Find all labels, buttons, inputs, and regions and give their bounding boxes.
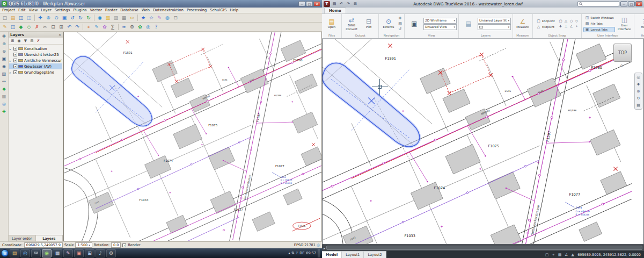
python-console-icon[interactable]: ≈: [120, 23, 128, 31]
annotation-icon[interactable]: ✎: [156, 14, 163, 22]
snap-mode-icon[interactable]: ⊥: [564, 24, 569, 29]
expand-icon[interactable]: ▸: [10, 59, 12, 62]
panel-tab-layer-order[interactable]: Layer order: [9, 235, 36, 241]
grid-display-icon[interactable]: ▦: [557, 252, 562, 257]
menu-help[interactable]: Help: [230, 8, 238, 12]
snap-mode-icon[interactable]: ∠: [569, 24, 574, 29]
pan-nav-icon[interactable]: ✚: [635, 81, 641, 87]
zoom-out-tool-icon[interactable]: ⊖: [1, 48, 8, 55]
keyboard-language[interactable]: DE: [299, 251, 304, 255]
ribbon-extents-button[interactable]: ⊙Extents: [380, 18, 397, 28]
zoom-next-icon[interactable]: ↻: [77, 14, 84, 22]
identify-features-icon[interactable]: ◉: [96, 14, 104, 22]
coordinate-input[interactable]: 696029.5,249057.9: [24, 242, 63, 248]
scale-combo[interactable]: 1:500 ▾: [75, 242, 92, 248]
open-attribute-table-icon[interactable]: ▦: [120, 14, 128, 22]
qat-undo-icon[interactable]: ↶: [338, 1, 345, 7]
field-calculator-icon[interactable]: ∑: [109, 23, 116, 31]
ribbon-select-unsaved-layer-state[interactable]: Unsaved Layer State▾: [478, 18, 511, 24]
pan-map-icon[interactable]: ✚: [36, 14, 44, 22]
grass-tools-icon[interactable]: ✿: [136, 23, 144, 31]
menu-plugins[interactable]: Plugins: [73, 8, 86, 12]
zoom-in-icon[interactable]: ⊕: [45, 14, 52, 22]
zoom-last-icon[interactable]: ↺: [69, 14, 76, 22]
ribbon-select-layer[interactable]: ▾: [478, 24, 511, 30]
save-project-icon[interactable]: ◫: [17, 14, 25, 22]
annotation-scale-icon[interactable]: ▲: [570, 252, 575, 257]
crs-status[interactable]: EPSG:21781: [294, 243, 316, 247]
cut-features-icon[interactable]: ✂: [41, 23, 49, 31]
layer-item-gew-sser-av[interactable]: ×Gewässer (AV): [9, 63, 62, 69]
search-input[interactable]: [577, 1, 619, 6]
qgis-map-canvas[interactable]: F1591 F1760 F1075 F1074 F1077 F1033 F103…: [63, 32, 322, 241]
identify-tool-icon[interactable]: ◉: [1, 63, 8, 70]
email-client-button[interactable]: ✉: [31, 249, 41, 257]
panel-close-icon[interactable]: ✕: [58, 33, 61, 37]
add-wms-layer-icon[interactable]: ◎: [1, 101, 8, 108]
zoom-in-tool-icon[interactable]: ⊕: [1, 40, 8, 47]
snap-mode-icon[interactable]: ✚: [558, 24, 564, 29]
trueview-map-canvas[interactable]: TOP ⌂ ◎✚⊕↻▤: [322, 39, 644, 245]
file-manager-button[interactable]: ▦: [53, 249, 62, 257]
showmotion-nav-icon[interactable]: ▤: [635, 102, 641, 108]
command-line[interactable]: ▸: [322, 245, 644, 251]
paste-features-icon[interactable]: ⊞: [57, 23, 65, 31]
filter-legend-icon[interactable]: ▼: [23, 38, 28, 44]
command-input[interactable]: [326, 246, 642, 250]
redo-icon[interactable]: ↷: [74, 23, 81, 31]
pan-tool-icon[interactable]: ✚: [1, 33, 8, 40]
open-project-icon[interactable]: ▤: [9, 14, 17, 22]
ribbon-measure-button[interactable]: ∠Measure: [515, 18, 531, 28]
menu-settings[interactable]: Settings: [55, 8, 70, 12]
ribbon-user-interface-button[interactable]: ◫User Interface: [616, 17, 632, 30]
ribbon-select-unsaved-view[interactable]: Unsaved View▾: [423, 24, 457, 30]
web-services-icon[interactable]: ◎: [144, 23, 152, 31]
projection-icon[interactable]: ◎: [317, 243, 320, 247]
navigation-wheel-icon[interactable]: ◎: [635, 74, 641, 80]
hidden-icons-icon[interactable]: ▴: [288, 251, 290, 255]
select-features-icon[interactable]: ▧: [104, 14, 112, 22]
ribbon-layout-tabs-button[interactable]: ▣Layout Tabs: [583, 27, 616, 32]
menu-datenextraktion[interactable]: Datenextraktion: [153, 8, 184, 12]
tab-home[interactable]: Home: [324, 8, 346, 13]
manage-visibility-icon[interactable]: ◉: [16, 38, 22, 44]
ribbon-icon-button[interactable]: ▤: [460, 20, 477, 27]
pdf-viewer-button[interactable]: ▣: [74, 249, 84, 257]
add-vector-layer-icon[interactable]: ◆: [1, 85, 8, 92]
ribbon-dwg-convert-button[interactable]: ⇄DWG Convert: [343, 17, 360, 30]
zoom-previous-icon[interactable]: ↺: [398, 27, 402, 32]
media-player-button[interactable]: ♪: [96, 249, 105, 257]
qat-open-icon[interactable]: ▤: [331, 1, 338, 7]
layout-tab-layout2[interactable]: Layout2: [364, 252, 386, 258]
snap-mode-icon[interactable]: ○: [569, 18, 574, 24]
expand-all-icon[interactable]: ⊟: [29, 38, 35, 44]
layout-tab-model[interactable]: Model: [322, 252, 342, 258]
zoom-nav-icon[interactable]: ⊕: [635, 88, 641, 94]
ribbon-open-button[interactable]: ▤Open: [324, 18, 340, 28]
application-menu-button[interactable]: T: [324, 1, 330, 7]
viewcube[interactable]: TOP: [613, 44, 632, 62]
show-bookmarks-icon[interactable]: ☆: [148, 14, 155, 22]
add-feature-icon[interactable]: ◆: [17, 23, 25, 31]
layer-visibility-checkbox[interactable]: ×: [13, 59, 17, 62]
minimize-button[interactable]: ─: [298, 1, 305, 6]
snap-midpoint-button[interactable]: △Midpoint: [535, 24, 557, 30]
node-tool-icon[interactable]: ◇: [25, 23, 33, 31]
layer-styling-icon[interactable]: ✿: [101, 23, 108, 31]
maximize-button[interactable]: ▢: [628, 1, 635, 6]
ribbon-select-2d-wireframe[interactable]: 2D Wireframe▾: [423, 18, 457, 24]
ribbon-file-tabs-button[interactable]: ▤File Tabs: [583, 21, 616, 26]
add-group-icon[interactable]: ⊞: [10, 38, 16, 44]
close-button[interactable]: ✕: [635, 1, 642, 6]
pan-icon[interactable]: ✚: [398, 16, 402, 21]
snap-mode-icon[interactable]: △: [564, 18, 569, 24]
layer-visibility-checkbox[interactable]: ×: [13, 47, 17, 51]
menu-edit[interactable]: Edit: [18, 8, 26, 12]
ortho-mode-icon[interactable]: ∠: [564, 252, 569, 257]
orbit-nav-icon[interactable]: ↻: [635, 95, 641, 101]
refresh-map-icon[interactable]: ↻: [85, 14, 92, 22]
layer-visibility-checkbox[interactable]: ×: [13, 64, 17, 68]
snap-endpoint-button[interactable]: ▢Endpoint: [535, 18, 557, 24]
panel-tab-layers[interactable]: Layers: [36, 235, 63, 241]
layer-visibility-checkbox[interactable]: ×: [13, 70, 17, 74]
